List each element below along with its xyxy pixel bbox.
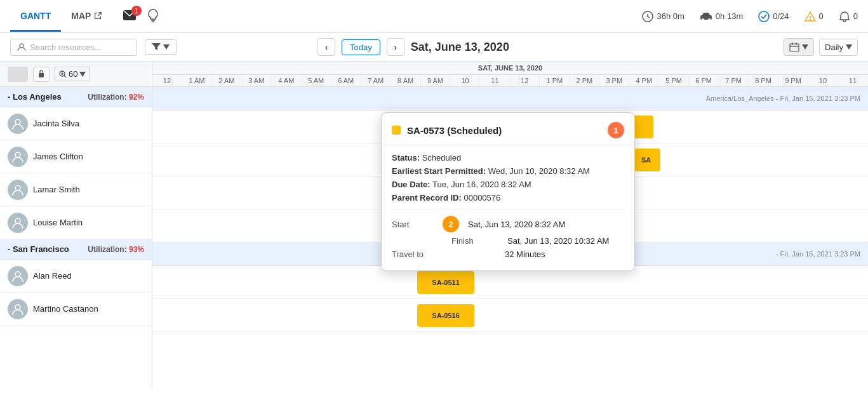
- hour-cell: 11: [480, 75, 510, 86]
- gantt-bar[interactable]: SA-0516: [417, 304, 474, 327]
- clock-icon: [642, 11, 653, 22]
- resource-row: James Clifton: [0, 140, 152, 173]
- mail-icon-wrap[interactable]: 1: [123, 10, 137, 23]
- avatar: [8, 299, 28, 319]
- hour-cell: 4 PM: [629, 75, 659, 86]
- group-name: - Los Angeles: [8, 92, 62, 102]
- main-content: - Los AngelesUtilization: 92% Jacinta Si…: [0, 87, 868, 389]
- svg-rect-15: [39, 73, 44, 77]
- person-avatar-icon: [11, 303, 24, 315]
- calendar-chevron-icon: [802, 44, 808, 50]
- hour-cell: 7 AM: [361, 75, 391, 86]
- avatar: [8, 266, 28, 286]
- popup-title: SA-0573 (Scheduled): [407, 125, 502, 136]
- svg-rect-11: [790, 44, 799, 51]
- svg-point-24: [15, 272, 20, 277]
- hour-cell: 10: [808, 75, 838, 86]
- zoom-select[interactable]: 60: [55, 67, 90, 81]
- utilization: Utilization: 93%: [88, 245, 144, 254]
- timeline-area: America/Los_Angeles - Fri, Jan 15, 2021 …: [152, 87, 868, 389]
- zoom-chevron-icon: [79, 72, 86, 77]
- center-nav: ‹ Today › Sat, June 13, 2020: [317, 38, 509, 56]
- date-header-col: SAT, JUNE 13, 2020 121 AM2 AM3 AM4 AM5 A…: [152, 62, 868, 86]
- svg-point-20: [15, 119, 20, 124]
- popup-start-row: Start 2 Sat, Jun 13, 2020 8:32 AM: [392, 216, 624, 232]
- resource-col-header: 60: [0, 62, 152, 86]
- svg-point-5: [702, 18, 704, 21]
- svg-point-9: [810, 19, 810, 20]
- next-date-button[interactable]: ›: [387, 38, 404, 56]
- drive-stat: 0h 13m: [700, 11, 743, 21]
- bulb-icon[interactable]: [147, 8, 159, 24]
- svg-point-7: [759, 11, 769, 22]
- daily-chevron-icon: [846, 44, 852, 50]
- toolbar: Search resources... ‹ Today › Sat, June …: [0, 33, 868, 62]
- popup-finish-row: Finish Sat, Jun 13, 2020 10:32 AM: [392, 236, 624, 246]
- alerts-stat: 0: [805, 11, 824, 22]
- person-avatar-icon: [11, 150, 24, 163]
- tab-gantt[interactable]: GANTT: [10, 2, 61, 32]
- popup-divider: [392, 209, 624, 209]
- resource-name: James Clifton: [33, 152, 83, 161]
- right-controls: Daily: [784, 38, 858, 56]
- gantt-bar[interactable]: SA-0511: [417, 271, 474, 294]
- util-pct: 93%: [129, 245, 144, 254]
- nav-icons: 1: [123, 8, 159, 24]
- group-name: - San Francisco: [8, 244, 69, 254]
- hour-cell: 8 AM: [391, 75, 421, 86]
- popup-travel-row: Travel to 32 Minutes: [392, 249, 624, 259]
- popup-earliest: Earliest Start Permitted: Wed, Jun 10, 2…: [392, 166, 624, 176]
- resource-row: Martino Castanon: [0, 293, 152, 326]
- top-nav: GANTT MAP 1 36h 0m: [0, 0, 868, 33]
- bell-icon: [839, 11, 850, 22]
- search-box[interactable]: Search resources...: [10, 39, 137, 56]
- popup-status: Status: Scheduled: [392, 153, 624, 163]
- popup: SA-0573 (Scheduled) 1 Status: Scheduled …: [381, 112, 635, 271]
- hour-cell: 11: [838, 75, 868, 86]
- resize-handle[interactable]: [8, 67, 28, 82]
- hour-cell: 6 AM: [331, 75, 361, 86]
- top-right-stats: 36h 0m 0h 13m 0/24 0: [642, 11, 858, 22]
- warning-icon: [805, 11, 816, 22]
- utilization: Utilization: 92%: [88, 93, 144, 102]
- lock-button[interactable]: [33, 67, 50, 82]
- today-button[interactable]: Today: [342, 39, 380, 55]
- hour-cell: 9 AM: [421, 75, 451, 86]
- filter-button[interactable]: [145, 39, 177, 55]
- svg-point-23: [15, 218, 20, 223]
- resource-list: - Los AngelesUtilization: 92% Jacinta Si…: [0, 87, 152, 389]
- prev-date-button[interactable]: ‹: [317, 38, 335, 56]
- avatar: [8, 213, 28, 233]
- tab-map[interactable]: MAP: [61, 2, 112, 32]
- zoom-icon: [59, 70, 67, 78]
- hour-cell: 2 PM: [570, 75, 599, 86]
- daily-select[interactable]: Daily: [819, 39, 858, 56]
- popup-row-badge: 2: [443, 216, 459, 232]
- bells-stat: 0: [839, 11, 858, 22]
- resource-name: Louise Martin: [33, 218, 83, 227]
- calendar-view-button[interactable]: [784, 38, 814, 56]
- mail-badge: 1: [131, 6, 142, 16]
- timeline-resource-row: SA-0516: [152, 299, 868, 332]
- gantt-bar[interactable]: SA: [632, 149, 660, 171]
- hour-cell: 12: [510, 75, 540, 86]
- filter-icon: [152, 43, 161, 51]
- hour-cell: 1 PM: [540, 75, 570, 86]
- avatar: [8, 147, 28, 167]
- check-circle-icon: [758, 11, 770, 22]
- date-title: Sat, June 13, 2020: [411, 41, 509, 54]
- hour-cell: 4 AM: [272, 75, 302, 86]
- hour-cell: 5 PM: [659, 75, 689, 86]
- hour-cell: 12: [152, 75, 182, 86]
- time-stat: 36h 0m: [642, 11, 684, 22]
- hour-cell: 1 AM: [182, 75, 212, 86]
- group-row: - Los AngelesUtilization: 92%: [0, 87, 152, 107]
- resource-name: Alan Reed: [33, 271, 72, 281]
- person-avatar-icon: [11, 216, 24, 229]
- popup-badge: 1: [608, 122, 624, 138]
- hour-cell: 2 AM: [212, 75, 242, 86]
- resource-name: Lamar Smith: [33, 185, 80, 194]
- popup-due: Due Date: Tue, Jun 16, 2020 8:32 AM: [392, 180, 624, 189]
- util-pct: 92%: [129, 93, 144, 102]
- hour-cell: 5 AM: [302, 75, 331, 86]
